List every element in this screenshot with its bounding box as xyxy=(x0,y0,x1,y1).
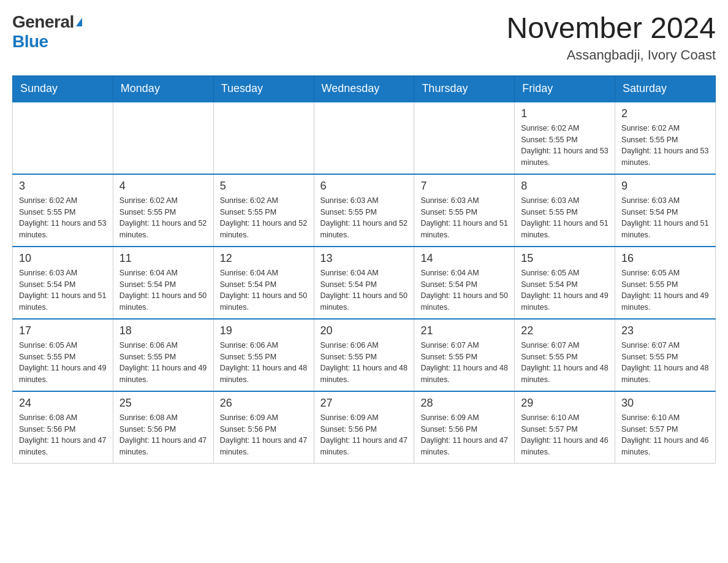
day-number: 15 xyxy=(521,252,609,265)
weekday-header-wednesday: Wednesday xyxy=(314,75,414,102)
calendar-cell: 6Sunrise: 6:03 AM Sunset: 5:55 PM Daylig… xyxy=(314,174,414,247)
calendar-cell: 5Sunrise: 6:02 AM Sunset: 5:55 PM Daylig… xyxy=(213,174,314,247)
weekday-header-saturday: Saturday xyxy=(615,75,716,102)
day-info: Sunrise: 6:08 AM Sunset: 5:56 PM Dayligh… xyxy=(19,412,107,458)
calendar-cell: 28Sunrise: 6:09 AM Sunset: 5:56 PM Dayli… xyxy=(414,391,515,464)
logo-general-text: General xyxy=(12,12,74,32)
weekday-header-thursday: Thursday xyxy=(414,75,515,102)
day-info: Sunrise: 6:07 AM Sunset: 5:55 PM Dayligh… xyxy=(621,340,709,386)
calendar-cell xyxy=(414,102,515,174)
calendar-cell xyxy=(213,102,314,174)
week-row-1: 1Sunrise: 6:02 AM Sunset: 5:55 PM Daylig… xyxy=(13,102,716,174)
page-header: General Blue November 2024 Assangbadji, … xyxy=(12,12,716,63)
calendar-title: November 2024 xyxy=(506,12,716,45)
day-info: Sunrise: 6:02 AM Sunset: 5:55 PM Dayligh… xyxy=(621,123,709,169)
day-number: 20 xyxy=(320,324,408,337)
calendar-cell: 24Sunrise: 6:08 AM Sunset: 5:56 PM Dayli… xyxy=(13,391,113,464)
calendar-cell: 19Sunrise: 6:06 AM Sunset: 5:55 PM Dayli… xyxy=(213,319,314,391)
calendar-cell: 30Sunrise: 6:10 AM Sunset: 5:57 PM Dayli… xyxy=(615,391,716,464)
day-number: 23 xyxy=(621,324,709,337)
day-number: 19 xyxy=(220,324,308,337)
day-number: 14 xyxy=(420,252,508,265)
calendar-cell: 21Sunrise: 6:07 AM Sunset: 5:55 PM Dayli… xyxy=(414,319,515,391)
day-number: 7 xyxy=(420,180,508,193)
logo-triangle-icon xyxy=(76,18,82,26)
day-info: Sunrise: 6:03 AM Sunset: 5:54 PM Dayligh… xyxy=(621,195,709,241)
day-info: Sunrise: 6:10 AM Sunset: 5:57 PM Dayligh… xyxy=(621,412,709,458)
day-info: Sunrise: 6:02 AM Sunset: 5:55 PM Dayligh… xyxy=(19,195,107,241)
day-number: 30 xyxy=(621,397,709,410)
day-number: 8 xyxy=(521,180,609,193)
day-number: 22 xyxy=(521,324,609,337)
calendar-cell: 11Sunrise: 6:04 AM Sunset: 5:54 PM Dayli… xyxy=(113,247,213,319)
day-info: Sunrise: 6:03 AM Sunset: 5:55 PM Dayligh… xyxy=(320,195,408,241)
day-number: 12 xyxy=(220,252,308,265)
day-info: Sunrise: 6:04 AM Sunset: 5:54 PM Dayligh… xyxy=(420,267,508,313)
day-number: 18 xyxy=(119,324,207,337)
calendar-cell: 25Sunrise: 6:08 AM Sunset: 5:56 PM Dayli… xyxy=(113,391,213,464)
day-info: Sunrise: 6:06 AM Sunset: 5:55 PM Dayligh… xyxy=(220,340,308,386)
day-info: Sunrise: 6:05 AM Sunset: 5:55 PM Dayligh… xyxy=(621,267,709,313)
calendar-cell: 12Sunrise: 6:04 AM Sunset: 5:54 PM Dayli… xyxy=(213,247,314,319)
day-info: Sunrise: 6:02 AM Sunset: 5:55 PM Dayligh… xyxy=(220,195,308,241)
day-number: 29 xyxy=(521,397,609,410)
calendar-cell: 17Sunrise: 6:05 AM Sunset: 5:55 PM Dayli… xyxy=(13,319,113,391)
week-row-3: 10Sunrise: 6:03 AM Sunset: 5:54 PM Dayli… xyxy=(13,247,716,319)
day-info: Sunrise: 6:05 AM Sunset: 5:55 PM Dayligh… xyxy=(19,340,107,386)
day-info: Sunrise: 6:07 AM Sunset: 5:55 PM Dayligh… xyxy=(420,340,508,386)
calendar-cell: 7Sunrise: 6:03 AM Sunset: 5:55 PM Daylig… xyxy=(414,174,515,247)
day-number: 9 xyxy=(621,180,709,193)
calendar-cell: 13Sunrise: 6:04 AM Sunset: 5:54 PM Dayli… xyxy=(314,247,414,319)
day-number: 26 xyxy=(220,397,308,410)
calendar-cell: 27Sunrise: 6:09 AM Sunset: 5:56 PM Dayli… xyxy=(314,391,414,464)
day-number: 21 xyxy=(420,324,508,337)
day-number: 11 xyxy=(119,252,207,265)
day-number: 5 xyxy=(220,180,308,193)
day-number: 25 xyxy=(119,397,207,410)
calendar-cell xyxy=(13,102,113,174)
day-number: 27 xyxy=(320,397,408,410)
calendar-cell: 10Sunrise: 6:03 AM Sunset: 5:54 PM Dayli… xyxy=(13,247,113,319)
calendar-cell: 26Sunrise: 6:09 AM Sunset: 5:56 PM Dayli… xyxy=(213,391,314,464)
day-number: 3 xyxy=(19,180,107,193)
day-info: Sunrise: 6:09 AM Sunset: 5:56 PM Dayligh… xyxy=(320,412,408,458)
calendar-cell: 4Sunrise: 6:02 AM Sunset: 5:55 PM Daylig… xyxy=(113,174,213,247)
calendar-cell: 3Sunrise: 6:02 AM Sunset: 5:55 PM Daylig… xyxy=(13,174,113,247)
day-number: 13 xyxy=(320,252,408,265)
calendar-cell: 29Sunrise: 6:10 AM Sunset: 5:57 PM Dayli… xyxy=(515,391,615,464)
day-info: Sunrise: 6:02 AM Sunset: 5:55 PM Dayligh… xyxy=(119,195,207,241)
day-info: Sunrise: 6:02 AM Sunset: 5:55 PM Dayligh… xyxy=(521,123,609,169)
calendar-cell: 14Sunrise: 6:04 AM Sunset: 5:54 PM Dayli… xyxy=(414,247,515,319)
weekday-header-friday: Friday xyxy=(515,75,615,102)
day-info: Sunrise: 6:05 AM Sunset: 5:54 PM Dayligh… xyxy=(521,267,609,313)
day-number: 17 xyxy=(19,324,107,337)
calendar-cell: 1Sunrise: 6:02 AM Sunset: 5:55 PM Daylig… xyxy=(515,102,615,174)
day-number: 16 xyxy=(621,252,709,265)
calendar-cell: 23Sunrise: 6:07 AM Sunset: 5:55 PM Dayli… xyxy=(615,319,716,391)
day-info: Sunrise: 6:03 AM Sunset: 5:55 PM Dayligh… xyxy=(420,195,508,241)
day-info: Sunrise: 6:09 AM Sunset: 5:56 PM Dayligh… xyxy=(420,412,508,458)
day-number: 6 xyxy=(320,180,408,193)
calendar-cell xyxy=(314,102,414,174)
calendar-cell xyxy=(113,102,213,174)
weekday-header-monday: Monday xyxy=(113,75,213,102)
calendar-header-row: SundayMondayTuesdayWednesdayThursdayFrid… xyxy=(13,75,716,102)
day-info: Sunrise: 6:10 AM Sunset: 5:57 PM Dayligh… xyxy=(521,412,609,458)
logo-blue-text: Blue xyxy=(12,32,48,51)
day-number: 10 xyxy=(19,252,107,265)
day-info: Sunrise: 6:07 AM Sunset: 5:55 PM Dayligh… xyxy=(521,340,609,386)
calendar-cell: 2Sunrise: 6:02 AM Sunset: 5:55 PM Daylig… xyxy=(615,102,716,174)
day-number: 1 xyxy=(521,107,609,120)
calendar-cell: 18Sunrise: 6:06 AM Sunset: 5:55 PM Dayli… xyxy=(113,319,213,391)
calendar-cell: 22Sunrise: 6:07 AM Sunset: 5:55 PM Dayli… xyxy=(515,319,615,391)
day-info: Sunrise: 6:04 AM Sunset: 5:54 PM Dayligh… xyxy=(320,267,408,313)
day-info: Sunrise: 6:04 AM Sunset: 5:54 PM Dayligh… xyxy=(220,267,308,313)
day-info: Sunrise: 6:06 AM Sunset: 5:55 PM Dayligh… xyxy=(320,340,408,386)
title-section: November 2024 Assangbadji, Ivory Coast xyxy=(506,12,716,63)
week-row-4: 17Sunrise: 6:05 AM Sunset: 5:55 PM Dayli… xyxy=(13,319,716,391)
day-number: 2 xyxy=(621,107,709,120)
weekday-header-sunday: Sunday xyxy=(13,75,113,102)
calendar-cell: 9Sunrise: 6:03 AM Sunset: 5:54 PM Daylig… xyxy=(615,174,716,247)
calendar-cell: 15Sunrise: 6:05 AM Sunset: 5:54 PM Dayli… xyxy=(515,247,615,319)
day-number: 4 xyxy=(119,180,207,193)
